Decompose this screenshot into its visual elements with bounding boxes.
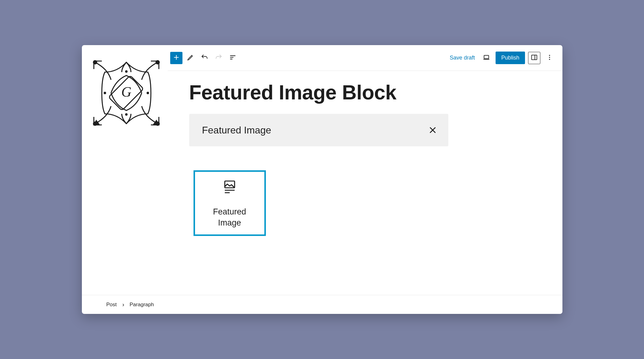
post-title[interactable]: Featured Image Block [189,81,541,104]
svg-point-5 [147,92,149,94]
svg-text:G: G [121,84,131,100]
undo-button[interactable] [198,52,211,64]
editor-canvas: Featured Image Block Featured Image [168,71,562,295]
redo-button[interactable] [213,52,225,64]
more-vertical-icon [546,53,554,62]
redo-icon [215,53,223,62]
save-draft-button[interactable]: Save draft [447,55,477,61]
site-sidebar: G [82,45,168,295]
plus-icon [172,53,180,62]
laptop-icon [482,53,490,62]
breadcrumb-root[interactable]: Post [106,302,117,308]
featured-image-icon [222,180,237,195]
publish-button[interactable]: Publish [496,52,525,64]
block-breadcrumb: Post Paragraph [82,295,562,314]
undo-icon [201,53,209,62]
svg-rect-12 [531,55,537,60]
clear-search-button[interactable] [428,125,437,135]
tools-button[interactable] [184,52,197,64]
svg-point-14 [549,57,550,58]
close-icon [428,130,437,136]
sidebar-right-icon [530,53,538,62]
svg-point-13 [549,55,550,56]
editor-toolbar: Save draft Publish [168,45,562,71]
block-result-label: FeaturedImage [213,206,246,229]
svg-point-2 [125,70,128,73]
toolbar-left [170,52,239,64]
svg-point-15 [549,59,550,60]
gutenberg-logo-icon: G [93,60,160,126]
chevron-right-icon [121,303,125,307]
main-area: G [82,45,562,295]
list-view-icon [229,53,237,62]
svg-point-3 [125,113,128,116]
block-result-featured-image[interactable]: FeaturedImage [194,170,266,236]
editor-window: G [82,45,562,314]
settings-sidebar-toggle[interactable] [528,52,540,64]
document-overview-button[interactable] [227,52,239,64]
editor-content: Save draft Publish [168,45,562,295]
block-inserter-button[interactable] [170,52,182,64]
pencil-icon [186,53,194,62]
svg-point-4 [104,92,106,94]
toolbar-right: Save draft Publish [447,52,555,64]
block-search-query: Featured Image [202,125,271,136]
svg-rect-11 [484,56,489,59]
more-options-button[interactable] [543,52,556,64]
preview-button[interactable] [480,52,493,64]
breadcrumb-current[interactable]: Paragraph [130,302,154,308]
block-search-bar[interactable]: Featured Image [189,114,448,146]
